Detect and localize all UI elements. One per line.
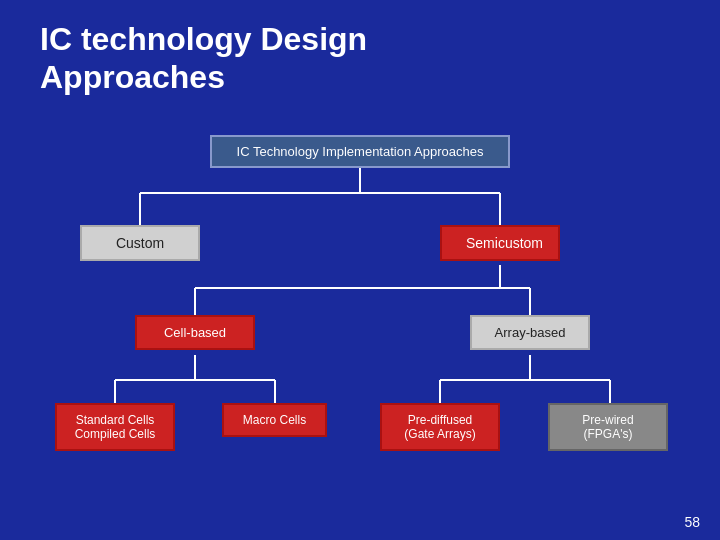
- prediffused-node: Pre-diffused (Gate Arrays): [380, 403, 500, 451]
- cellbased-node: Cell-based: [135, 315, 255, 350]
- macro-cells-node: Macro Cells: [222, 403, 327, 437]
- page-number: 58: [684, 514, 700, 530]
- diagram-container: IC Technology Implementation Approaches …: [40, 125, 680, 455]
- custom-node: Custom: [80, 225, 200, 261]
- slide: IC technology Design Approaches: [0, 0, 720, 540]
- standard-cells-node: Standard Cells Compiled Cells: [55, 403, 175, 451]
- slide-title: IC technology Design Approaches: [40, 20, 680, 97]
- arraybased-node: Array-based: [470, 315, 590, 350]
- semicustom-node: Semicustom: [440, 225, 560, 261]
- root-node: IC Technology Implementation Approaches: [210, 135, 510, 168]
- prewired-node: Pre-wired (FPGA's): [548, 403, 668, 451]
